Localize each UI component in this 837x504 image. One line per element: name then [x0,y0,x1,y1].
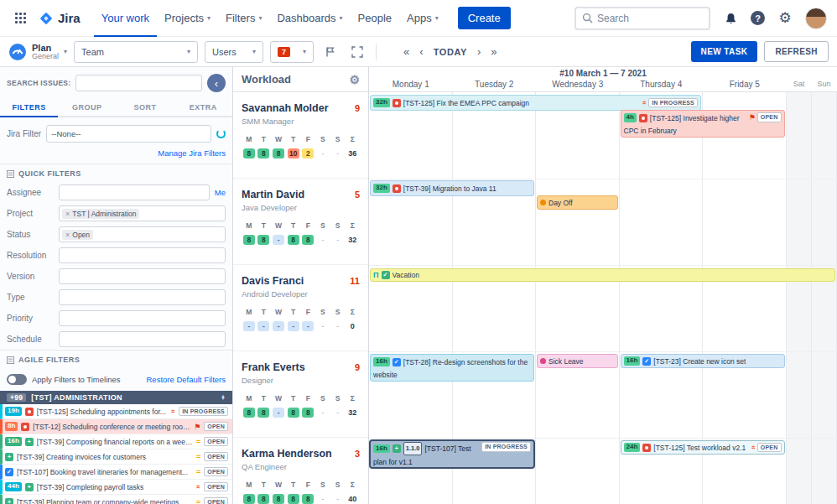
fullscreen-button[interactable] [347,42,367,62]
day-value: - [317,235,329,245]
timeline-event[interactable]: ⚑OPEN4h[TST-125] Investigate higher CPC … [621,110,785,138]
day-header: S [330,481,346,489]
previous-period-icon[interactable]: ‹ [419,45,423,58]
team-select[interactable]: Team ▾ [74,41,198,63]
next-period-icon[interactable]: › [477,45,481,58]
user-name[interactable]: Martin David [242,189,304,200]
jira-filter-value: --None-- [51,129,81,138]
user-name[interactable]: Frank Everts [242,361,305,373]
sort-icons[interactable]: ▲▼ [221,395,226,400]
tab-filters[interactable]: FILTERS [0,98,58,116]
day-header: T [286,135,301,143]
jira-logo[interactable]: Jira [39,11,81,26]
timeline-event[interactable]: 32h[TST-39] Migration to Java 11 [370,180,534,196]
today-button[interactable]: TODAY [434,47,467,57]
notifications-icon[interactable] [720,8,741,29]
day-header: T [257,308,272,316]
chevron-down-icon: ▾ [340,14,343,22]
backlog-task-row[interactable]: 8h[TST-12] Scheduling conference or meet… [0,419,232,434]
day-value: 8 [288,235,299,245]
filter-input-status[interactable]: ×Open [59,226,226,242]
day-header: T [286,481,301,489]
next-period-fast-icon[interactable]: » [491,45,496,58]
filter-input-type[interactable] [59,289,226,305]
backlog-task-row[interactable]: 19h[TST-125] Scheduling appointments for… [0,404,232,419]
manage-jira-filters-link[interactable]: Manage Jira Filters [158,148,226,158]
nav-item-your-work[interactable]: Your work [94,0,157,37]
timeline-event[interactable]: 16h✓[TST-23] Create new icon set [621,354,785,368]
previous-period-fast-icon[interactable]: « [403,45,409,58]
remove-chip-icon[interactable]: × [65,231,70,239]
day-cell: 8 [242,148,257,158]
day-column-label: Sun [812,80,837,88]
help-icon[interactable]: ? [751,11,765,25]
search-issues-input[interactable] [75,75,202,91]
search-input[interactable] [597,13,694,24]
settings-gear-icon[interactable]: ⚙ [775,8,795,29]
day-value: - [243,321,255,331]
timeline-event[interactable]: Day Off [537,195,618,210]
scope-filter-select[interactable]: 7 ▾ [270,41,314,63]
timeline-event[interactable]: 32h[TST-125] Fix the EMEA PPC campaign»I… [370,95,701,111]
timeline-event[interactable]: IN PROGRESS16h+1.1.0[TST-107] Test plan … [370,440,534,468]
day-value: 8 [243,148,255,158]
timeline-event[interactable]: 16h✓[TST-28] Re-design screenshots for t… [370,354,534,382]
backlog-task-row[interactable]: 44h+[TST-39] Completing payroll tasks»OP… [0,480,232,495]
user-name[interactable]: Davis Franci [242,275,304,287]
timeline-event[interactable]: Π✓Vacation [370,268,835,282]
backlog-task-row[interactable]: +[TST-39] Planning team or company-wide … [0,495,232,504]
jira-filter-select[interactable]: --None-- [46,125,211,143]
create-button[interactable]: Create [458,7,511,29]
plan-switcher[interactable]: Plan General ▾ [8,43,67,61]
agile-filters-header[interactable]: AGILE FILTERS [0,350,232,368]
user-header: Karma Henderson3 [242,448,360,460]
filter-row-resolution: Resolution [0,245,232,266]
timeline-event[interactable]: Sick Leave [537,354,618,368]
timeline-event[interactable]: 24h[TST-125] Test workload v2.1»OPEN [621,440,785,455]
nav-item-apps[interactable]: Apps▾ [399,0,446,37]
backlog-task-row[interactable]: ✓[TST-107] Booking travel itineraries fo… [0,465,232,480]
refresh-filter-icon[interactable] [216,129,226,138]
nav-item-people[interactable]: People [351,0,399,37]
refresh-button[interactable]: REFRESH [764,41,829,62]
tab-sort[interactable]: SORT [117,98,174,116]
project-panel-header[interactable]: +99 [TST] ADMINISTRATION ▲▼ [0,391,232,404]
me-link[interactable]: Me [215,188,226,197]
filter-chip[interactable]: ×Open [62,230,93,240]
apply-filters-toggle[interactable] [7,374,27,385]
toolbar-divider [376,44,377,60]
filter-label: Resolution [7,251,54,260]
new-task-button[interactable]: NEW TASK [691,41,758,62]
filter-input-schedule[interactable] [59,331,226,347]
nav-item-filters[interactable]: Filters▾ [218,0,269,37]
filter-chip[interactable]: ×TST | Administration [62,209,139,219]
remove-chip-icon[interactable]: × [65,210,70,218]
filter-input-priority[interactable] [59,310,226,326]
backlog-task-row[interactable]: +[TST-39] Creating invoices for customer… [0,449,232,465]
chip-label: Open [72,231,90,239]
filter-input-project[interactable]: ×TST | Administration [59,205,226,221]
tab-extra[interactable]: EXTRA [174,98,232,116]
nav-item-projects[interactable]: Projects▾ [157,0,218,37]
users-select[interactable]: Users ▾ [205,41,263,63]
filter-input-assignee[interactable] [59,184,210,200]
filter-label: Priority [7,314,54,323]
backlog-task-row[interactable]: 16h+[TST-39] Composing financial reports… [0,434,232,449]
filter-input-resolution[interactable] [59,247,226,263]
day-value: - [332,148,344,158]
tab-group[interactable]: GROUP [58,98,116,116]
user-avatar[interactable] [805,8,827,29]
user-name[interactable]: Karma Henderson [242,448,332,460]
restore-default-filters-link[interactable]: Restore Default Filters [146,375,226,384]
user-name[interactable]: Savannah Molder [242,102,329,114]
timeline-grid[interactable]: 32h[TST-125] Fix the EMEA PPC campaign»I… [369,92,837,504]
milestone-flag-button[interactable] [320,42,341,62]
workload-settings-icon[interactable]: ⚙ [349,74,360,86]
filter-input-version[interactable] [59,268,226,284]
nav-item-dashboards[interactable]: Dashboards▾ [269,0,350,37]
global-search[interactable] [574,7,710,30]
collapse-sidebar-button[interactable]: ‹ [207,74,226,92]
quick-filters-header[interactable]: QUICK FILTERS [0,164,232,182]
app-switcher-icon[interactable] [10,8,30,29]
filter-row-assignee: AssigneeMe [0,182,232,203]
